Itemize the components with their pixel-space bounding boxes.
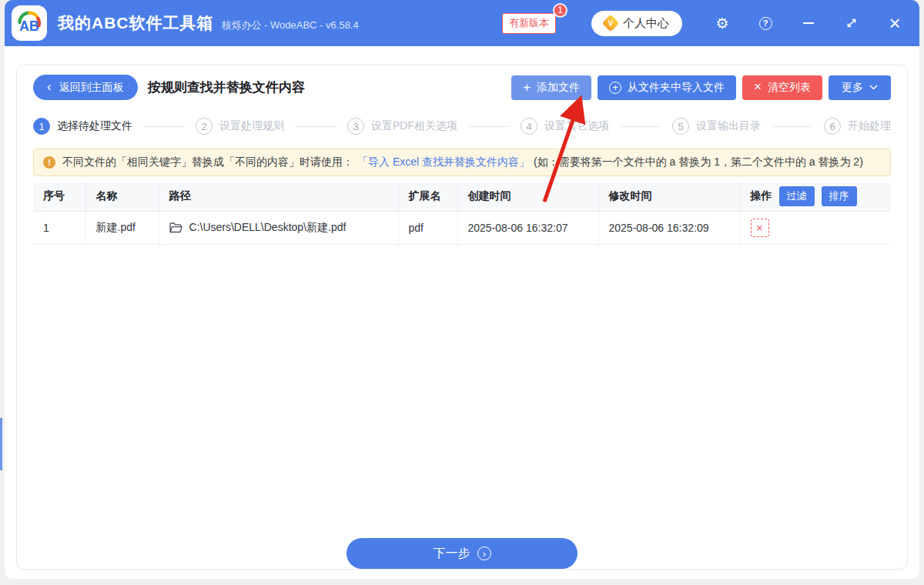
circle-plus-icon: + [609,82,621,94]
step-3-label: 设置PDF相关选项 [371,119,457,133]
cell-path-text: C:\Users\DELL\Desktop\新建.pdf [189,221,346,235]
step-2-number: 2 [196,118,213,135]
col-created: 创建时间 [457,182,598,211]
import-from-folder-button[interactable]: + 从文件夹中导入文件 [598,75,736,100]
chevron-left-icon: ‹ [47,80,52,93]
cell-modified: 2025-08-06 16:32:09 [598,211,740,244]
step-connector [295,126,336,127]
warning-icon: ! [43,156,55,169]
step-indicator: 1 选择待处理文件 2 设置处理规则 3 设置PDF相关选项 4 设置其它选项 [33,115,891,138]
chevron-down-icon [869,85,878,90]
close-x-icon: × [754,80,762,93]
notice-text: 不同文件的「相同关键字」替换成「不同的内容」时请使用：「导入 Excel 查找并… [62,155,863,169]
cell-path: C:\Users\DELL\Desktop\新建.pdf [159,211,398,244]
plus-icon: + [523,81,531,94]
svg-text:AB: AB [19,18,38,34]
app-logo-icon: AB [12,5,47,41]
cell-actions: × [740,211,891,244]
file-table: 序号 名称 路径 扩展名 创建时间 修改时间 操作 过滤 排序 [33,182,891,245]
step-6-label: 开始处理 [848,119,891,133]
content-header: ‹ 返回到主面板 按规则查找并替换文件内容 + 添加文件 + 从文件夹中导入文件… [33,75,891,100]
page-title: 按规则查找并替换文件内容 [148,79,305,96]
col-actions-label: 操作 [751,189,772,203]
step-connector [468,126,510,127]
app-title: 我的ABC软件工具箱 [58,12,214,34]
help-icon[interactable]: ? [744,0,787,46]
notification-count-badge: 1 [553,3,567,18]
vip-badge-icon: V [602,15,620,32]
open-folder-icon[interactable] [169,222,182,233]
clear-list-label: 清空列表 [768,81,811,95]
maximize-restore-button[interactable] [830,0,873,46]
step-1: 1 选择待处理文件 [33,118,132,135]
minimize-button[interactable] [787,0,830,46]
update-badge-label: 有新版本 [502,13,556,34]
header-actions: + 添加文件 + 从文件夹中导入文件 × 清空列表 更多 [511,75,891,100]
next-circle-arrow-icon: › [477,547,491,560]
step-2-label: 设置处理规则 [219,119,284,133]
back-button-label: 返回到主面板 [59,81,124,95]
settings-gear-icon[interactable]: ⚙ [701,0,744,46]
step-1-label: 选择待处理文件 [57,119,132,133]
window-body: ‹ 返回到主面板 按规则查找并替换文件内容 + 添加文件 + 从文件夹中导入文件… [5,46,919,579]
app-subtitle: 核烁办公 - WodeABC - v6.58.4 [222,18,359,32]
close-button[interactable]: × [873,0,916,46]
delete-row-button[interactable]: × [751,219,769,237]
import-from-folder-label: 从文件夹中导入文件 [628,81,725,95]
titlebar-actions: 有新版本 1 V 个人中心 ⚙ ? × [502,0,916,46]
step-4-number: 4 [521,118,537,135]
col-path: 路径 [159,182,398,211]
notice-after-link: (如：需要将第一个文件中的 a 替换为 1，第二个文件中的 a 替换为 2) [534,155,863,168]
col-name: 名称 [85,182,159,211]
more-label: 更多 [842,81,863,95]
app-window: AB 我的ABC软件工具箱 核烁办公 - WodeABC - v6.58.4 有… [0,0,924,585]
step-2: 2 设置处理规则 [196,118,284,135]
content-panel: ‹ 返回到主面板 按规则查找并替换文件内容 + 添加文件 + 从文件夹中导入文件… [16,65,908,570]
step-connector [620,126,661,127]
cell-index: 1 [33,211,85,244]
step-3: 3 设置PDF相关选项 [347,118,457,135]
back-to-main-button[interactable]: ‹ 返回到主面板 [33,75,138,100]
step-5: 5 设置输出目录 [672,118,761,135]
more-button[interactable]: 更多 [829,75,891,100]
notice-before-link: 不同文件的「相同关键字」替换成「不同的内容」时请使用： [62,155,353,168]
table-header-row: 序号 名称 路径 扩展名 创建时间 修改时间 操作 过滤 排序 [33,182,891,211]
update-available-badge[interactable]: 有新版本 1 [502,13,556,34]
step-3-number: 3 [347,118,364,135]
cell-ext: pdf [398,211,457,244]
excel-import-link[interactable]: 「导入 Excel 查找并替换文件内容」 [357,155,530,168]
cell-created: 2025-08-06 16:32:07 [457,211,598,244]
filter-button[interactable]: 过滤 [779,186,815,206]
notice-bar: ! 不同文件的「相同关键字」替换成「不同的内容」时请使用：「导入 Excel 查… [33,149,891,176]
step-connector [772,126,813,127]
sort-button[interactable]: 排序 [822,186,857,206]
step-1-number: 1 [33,118,50,135]
clear-list-button[interactable]: × 清空列表 [742,75,822,100]
user-center-label: 个人中心 [623,16,669,31]
step-5-number: 5 [672,118,689,135]
step-6-number: 6 [824,118,841,135]
col-modified: 修改时间 [598,182,740,211]
cell-name: 新建.pdf [85,211,159,244]
step-6: 6 开始处理 [824,118,891,135]
col-ext: 扩展名 [398,182,457,211]
step-4-label: 设置其它选项 [544,119,609,133]
step-4: 4 设置其它选项 [521,118,609,135]
add-files-button[interactable]: + 添加文件 [511,75,591,100]
col-actions: 操作 过滤 排序 [740,182,891,211]
table-row: 1 新建.pdf C:\Users\DELL\Desktop [33,211,891,244]
next-step-button[interactable]: 下一步 › [346,538,578,569]
user-center-button[interactable]: V 个人中心 [591,11,682,36]
add-files-label: 添加文件 [537,81,580,95]
left-edge-accent [0,418,2,470]
titlebar: AB 我的ABC软件工具箱 核烁办公 - WodeABC - v6.58.4 有… [5,0,919,46]
step-5-label: 设置输出目录 [696,119,761,133]
col-index: 序号 [33,182,85,211]
step-connector [143,126,185,127]
next-step-label: 下一步 [434,546,470,562]
